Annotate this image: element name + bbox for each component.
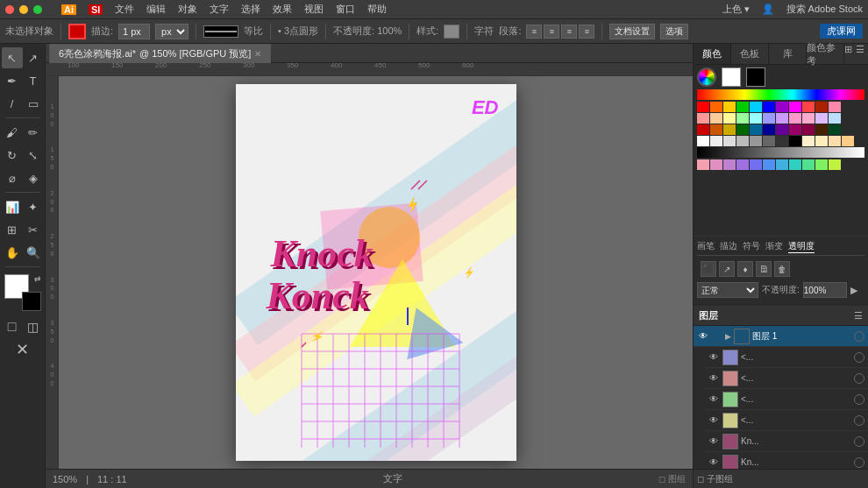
swatch-lightgreen[interactable] — [736, 113, 749, 124]
layer-eye-1[interactable]: 👁 — [697, 330, 709, 343]
swatch-cyan[interactable] — [750, 102, 762, 112]
swatch-lavender[interactable] — [815, 113, 828, 124]
layers-menu-icon[interactable]: ☰ — [854, 310, 863, 322]
color-tab[interactable]: 颜色 — [694, 44, 731, 64]
opacity-input[interactable] — [803, 282, 847, 298]
warp-tool[interactable]: ⌀ — [2, 167, 23, 188]
menu-item-edit[interactable]: 编辑 — [146, 3, 166, 16]
options-btn[interactable]: 选项 — [660, 24, 688, 39]
white-swatch[interactable] — [722, 67, 741, 87]
swatch-lightcyan[interactable] — [750, 113, 762, 124]
layer-item-2[interactable]: 👁 <... — [704, 347, 868, 368]
swatch-skin2[interactable] — [815, 136, 828, 146]
layer-lock-1[interactable] — [712, 331, 722, 342]
spectrum-bar-gray[interactable] — [697, 147, 864, 158]
layer-expand-1[interactable]: ▶ — [725, 332, 731, 341]
swatch-darkred[interactable] — [815, 102, 828, 112]
swatch-blueviolet[interactable] — [736, 159, 749, 170]
blend-tool[interactable]: ◈ — [23, 167, 44, 188]
rotate-tool[interactable]: ↻ — [2, 145, 23, 166]
tab-close-btn[interactable]: ✕ — [254, 49, 261, 59]
swatch-rose[interactable] — [697, 159, 709, 170]
opacity-arrow[interactable]: ▶ — [850, 285, 857, 296]
layer-item-5[interactable]: 👁 <... — [704, 410, 868, 431]
align-left[interactable]: ≡ — [526, 25, 542, 39]
swatch-red[interactable] — [697, 102, 709, 112]
stroke-color[interactable] — [68, 24, 86, 39]
line-tool[interactable]: / — [2, 93, 23, 114]
transparency-tab[interactable]: 透明度 — [788, 240, 815, 253]
swatch-white[interactable] — [697, 136, 709, 146]
menu-bar[interactable]: Ai Sl 文件 编辑 对象 文字 选择 效果 视图 窗口 帮助 上色 ▾ 👤 … — [0, 0, 868, 19]
swatch-black[interactable] — [789, 136, 801, 146]
swatch-gray5[interactable] — [763, 136, 775, 146]
swatch-wine[interactable] — [802, 124, 815, 135]
swatch-lightyellow[interactable] — [723, 113, 736, 124]
document-tab[interactable]: 6亮色涂鸦海报.ai* @ 150% [RGB/GPU 预览] ✕ — [49, 44, 271, 63]
gradient-tab[interactable]: 渐变 — [765, 240, 783, 253]
swatch-magenta[interactable] — [789, 102, 801, 112]
swatch-lightsky[interactable] — [829, 113, 841, 124]
layer-eye-k2[interactable]: 👁 — [708, 456, 720, 469]
artboard-tool[interactable]: ⊞ — [2, 219, 23, 240]
swatch-blue[interactable] — [763, 102, 775, 112]
swatch-gray2[interactable] — [723, 136, 736, 146]
none-btn[interactable]: ✕ — [2, 339, 44, 360]
swatch-chartreuse[interactable] — [829, 159, 841, 170]
swatch-skyblue[interactable] — [776, 159, 788, 170]
brush-tab[interactable]: 画笔 — [697, 240, 715, 253]
stroke-width-input[interactable] — [118, 24, 150, 39]
swatch-turquoise[interactable] — [789, 159, 801, 170]
swatch-violet[interactable] — [723, 159, 736, 170]
swatch-lightpurple[interactable] — [776, 113, 788, 124]
swatch-darkpurple[interactable] — [776, 124, 788, 135]
menu-item-effect[interactable]: 效果 — [273, 3, 292, 16]
swatch-periwinkle[interactable] — [750, 159, 762, 170]
panel-icon-3[interactable]: ♦ — [737, 261, 753, 277]
pen-tool[interactable]: ✒ — [2, 70, 23, 91]
symbol-sprayer-tool[interactable]: ✦ — [23, 196, 44, 217]
layer-eye-4[interactable]: 👁 — [708, 393, 720, 406]
layer-eye-k1[interactable]: 👁 — [708, 435, 720, 448]
gradient-btn[interactable]: ◫ — [23, 316, 44, 337]
swatch-tab[interactable]: 色板 — [731, 44, 769, 64]
spectrum-bar-color[interactable] — [697, 89, 864, 100]
layer-item-knock1[interactable]: 👁 Kn... — [704, 431, 868, 452]
rect-tool[interactable]: ▭ — [23, 93, 44, 114]
menu-item-help[interactable]: 帮助 — [367, 3, 387, 16]
zoom-level[interactable]: 150% — [53, 474, 77, 484]
library-tab[interactable]: 库 — [769, 44, 807, 64]
swatch-skin1[interactable] — [802, 136, 815, 146]
swatch-lime[interactable] — [815, 159, 828, 170]
swatch-lightblue[interactable] — [763, 113, 775, 124]
direct-selection-tool[interactable]: ↗ — [23, 47, 44, 68]
swatch-gray6[interactable] — [776, 136, 788, 146]
panel-icon-5[interactable]: 🗑 — [774, 261, 790, 277]
canvas-container[interactable]: ED — [59, 76, 693, 469]
adobe-stock-link[interactable]: 搜索 Adobe Stock — [786, 3, 863, 16]
swatch-teal[interactable] — [750, 124, 762, 135]
panel-icon-2[interactable]: ↗ — [719, 261, 735, 277]
slice-tool[interactable]: ✂ — [23, 219, 44, 240]
swatch-purple[interactable] — [776, 102, 788, 112]
swatch-lightred[interactable] — [697, 113, 709, 124]
swatch-darkyellow[interactable] — [723, 124, 736, 135]
scale-tool[interactable]: ⤡ — [23, 145, 44, 166]
swatch-lightmagenta[interactable] — [789, 113, 801, 124]
layer-item-main[interactable]: 👁 ▶ 图层 1 — [694, 326, 868, 347]
swatch-green[interactable] — [736, 102, 749, 112]
swatch-darkblue[interactable] — [763, 124, 775, 135]
swatch-darkred2[interactable] — [697, 124, 709, 135]
stroke-tab[interactable]: 描边 — [720, 240, 737, 253]
swap-colors-icon[interactable]: ⇄ — [34, 274, 41, 283]
maximize-button[interactable] — [33, 5, 42, 14]
color-ref-tab[interactable]: 颜色参考 — [807, 44, 844, 64]
color-wheel[interactable] — [697, 67, 716, 87]
text-tool[interactable]: T — [23, 70, 44, 91]
swatch-skin3[interactable] — [829, 136, 841, 146]
swatch-orange[interactable] — [710, 102, 722, 112]
swatch-orchid[interactable] — [710, 159, 722, 170]
minimize-button[interactable] — [19, 5, 28, 14]
menu-item-window[interactable]: 窗口 — [336, 3, 355, 16]
layer-eye-3[interactable]: 👁 — [708, 372, 720, 385]
